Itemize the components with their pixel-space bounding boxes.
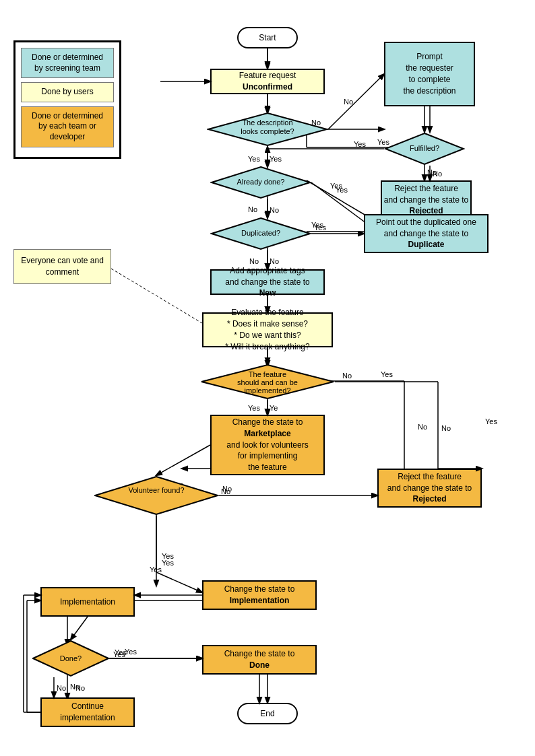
svg-text:Already done?: Already done? (237, 178, 285, 186)
start-node: Start (237, 27, 298, 48)
svg-text:Yes: Yes (162, 559, 174, 567)
change-done2-node: Change the state toDone (202, 645, 317, 675)
fulfilled-diamond: Fulfilled? (384, 132, 465, 168)
svg-text:looks complete?: looks complete? (241, 127, 294, 135)
no-label-done: No (75, 684, 85, 692)
svg-text:The feature: The feature (249, 370, 286, 378)
point-duplicate-box: Point out the duplicated oneand change t… (364, 214, 489, 253)
svg-text:Yes: Yes (270, 155, 282, 163)
no-label-volunteer: No (221, 487, 230, 495)
prompt-requester-node: Promptthe requesterto completethe descri… (384, 42, 475, 106)
duplicated-diamond: Duplicated? (210, 217, 311, 252)
volunteer-diamond: Volunteer found? (94, 475, 219, 518)
svg-text:Done?: Done? (60, 654, 82, 662)
svg-text:Yes: Yes (330, 182, 342, 190)
svg-text:implemented?: implemented? (244, 386, 290, 394)
svg-text:Yes: Yes (311, 221, 323, 229)
implementation-node: Implementation (40, 587, 135, 617)
should-implement-diamond: The feature should and can be implemente… (200, 364, 335, 402)
yes-label-done: Yes (113, 650, 125, 658)
svg-text:The description: The description (242, 118, 292, 127)
svg-marker-56 (95, 477, 218, 514)
yes-label-marketplace: Yes (485, 417, 497, 425)
yes-label-volunteer: Yes (150, 565, 162, 574)
svg-text:No: No (427, 168, 437, 176)
add-tags-node: Add appropriate tagsand change the state… (210, 269, 325, 295)
svg-text:Yes: Yes (125, 648, 137, 656)
reject2-node: Reject the featureand change the state t… (377, 469, 482, 508)
description-complete-diamond: The description looks complete? (207, 112, 328, 149)
svg-text:Yes: Yes (381, 370, 393, 378)
svg-text:Ye: Ye (270, 404, 278, 412)
svg-text:Fulfilled?: Fulfilled? (410, 144, 439, 152)
svg-text:No: No (270, 257, 279, 265)
feature-request-node: Feature requestUnconfirmed (210, 69, 325, 94)
evaluate-node: Evaluate the feature* Does it make sense… (202, 312, 333, 347)
no-label-implement: No (418, 423, 427, 431)
svg-text:Volunteer found?: Volunteer found? (128, 486, 184, 494)
already-done-diamond: Already done? (210, 166, 311, 201)
change-implementation-node: Change the state toImplementation (202, 580, 317, 610)
end-node: End (237, 703, 298, 724)
done-diamond: Done? (32, 640, 110, 679)
svg-text:should and can be: should and can be (237, 378, 298, 386)
continue-impl-node: Continueimplementation (40, 697, 135, 727)
svg-text:Duplicated?: Duplicated? (241, 229, 280, 237)
diagram-container: Done or determined by screening team Don… (0, 0, 535, 756)
svg-text:No: No (270, 206, 279, 214)
change-marketplace-node: Change the state toMarketplaceand look f… (210, 415, 325, 475)
